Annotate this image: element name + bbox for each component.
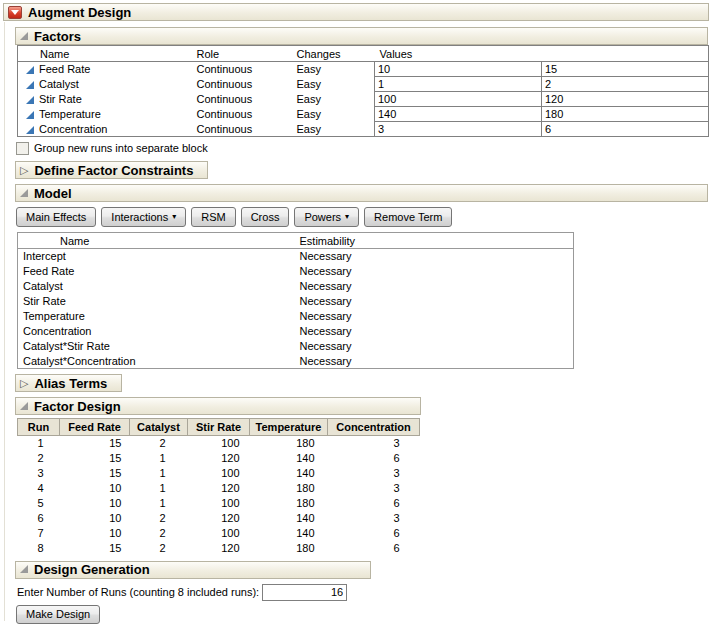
factor-name-cell[interactable]: Temperature: [18, 107, 195, 122]
outline-header-design-generation[interactable]: Design Generation: [15, 561, 371, 579]
design-cell: 140: [250, 511, 328, 526]
main-effects-button[interactable]: Main Effects: [16, 207, 96, 227]
term-name-cell[interactable]: Catalyst*Stir Rate: [18, 339, 298, 354]
design-run-row: 61021201403: [18, 511, 420, 526]
section-title-factor-design: Factor Design: [34, 399, 121, 414]
term-name-cell[interactable]: Intercept: [18, 249, 298, 264]
factors-table-body: Feed RateContinuousEasy1015CatalystConti…: [18, 62, 709, 137]
factor-role-cell[interactable]: Continuous: [195, 92, 295, 107]
disclosure-open-icon[interactable]: [20, 32, 28, 40]
design-cell: 6: [328, 541, 420, 556]
model-term-row[interactable]: Stir RateNecessary: [18, 294, 574, 309]
factor-role-cell[interactable]: Continuous: [195, 62, 295, 77]
group-block-checkbox[interactable]: [16, 142, 29, 155]
design-cell: 1: [18, 436, 60, 451]
continuous-factor-icon: [26, 126, 34, 134]
model-term-row[interactable]: Catalyst*Stir RateNecessary: [18, 339, 574, 354]
factor-value-low-cell[interactable]: 3: [375, 122, 542, 137]
model-term-row[interactable]: Feed RateNecessary: [18, 264, 574, 279]
disclosure-open-icon[interactable]: [20, 565, 28, 573]
term-name-cell[interactable]: Feed Rate: [18, 264, 298, 279]
design-run-row: 41011201803: [18, 481, 420, 496]
term-estimability-cell[interactable]: Necessary: [298, 309, 574, 324]
outline-header-factors[interactable]: Factors: [15, 27, 708, 45]
model-table: Name Estimability InterceptNecessaryFeed…: [17, 232, 574, 369]
factor-name-cell[interactable]: Feed Rate: [18, 62, 195, 77]
factor-value-high-cell[interactable]: 180: [542, 107, 709, 122]
cross-button[interactable]: Cross: [241, 207, 290, 227]
dropdown-arrow-icon: ▾: [345, 213, 349, 221]
design-cell: 100: [188, 496, 250, 511]
factor-value-low-cell[interactable]: 140: [375, 107, 542, 122]
interactions-button[interactable]: Interactions▾: [101, 207, 186, 227]
model-term-row[interactable]: Catalyst*ConcentrationNecessary: [18, 354, 574, 369]
design-cell: 180: [250, 496, 328, 511]
model-term-row[interactable]: CatalystNecessary: [18, 279, 574, 294]
term-name-cell[interactable]: Concentration: [18, 324, 298, 339]
factor-changes-cell[interactable]: Easy: [295, 92, 375, 107]
factors-col-values: Values: [375, 46, 709, 62]
design-cell: 15: [60, 451, 130, 466]
factor-name-cell[interactable]: Concentration: [18, 122, 195, 137]
rsm-button[interactable]: RSM: [191, 207, 235, 227]
factor-row: Feed RateContinuousEasy1015: [18, 62, 709, 77]
factor-value-high-cell[interactable]: 2: [542, 77, 709, 92]
factor-changes-cell[interactable]: Easy: [295, 122, 375, 137]
design-cell: 120: [188, 541, 250, 556]
design-cell: 2: [130, 541, 188, 556]
factor-value-high-cell[interactable]: 6: [542, 122, 709, 137]
term-estimability-cell[interactable]: Necessary: [298, 249, 574, 264]
factor-changes-cell[interactable]: Easy: [295, 107, 375, 122]
design-cell: 3: [328, 436, 420, 451]
term-estimability-cell[interactable]: Necessary: [298, 324, 574, 339]
factor-changes-cell[interactable]: Easy: [295, 62, 375, 77]
factor-role-cell[interactable]: Continuous: [195, 77, 295, 92]
factor-value-high-cell[interactable]: 15: [542, 62, 709, 77]
factor-value-low-cell[interactable]: 10: [375, 62, 542, 77]
factor-changes-cell[interactable]: Easy: [295, 77, 375, 92]
powers-button[interactable]: Powers▾: [294, 207, 359, 227]
term-estimability-cell[interactable]: Necessary: [298, 339, 574, 354]
model-term-row[interactable]: TemperatureNecessary: [18, 309, 574, 324]
disclosure-closed-icon[interactable]: ▷: [20, 165, 28, 176]
design-cell: 8: [18, 541, 60, 556]
factor-name-cell[interactable]: Catalyst: [18, 77, 195, 92]
red-triangle-menu-icon[interactable]: [8, 6, 22, 19]
make-design-button[interactable]: Make Design: [16, 605, 100, 624]
model-term-row[interactable]: InterceptNecessary: [18, 249, 574, 264]
model-term-row[interactable]: ConcentrationNecessary: [18, 324, 574, 339]
factor-row: ConcentrationContinuousEasy36: [18, 122, 709, 137]
factor-name-cell[interactable]: Stir Rate: [18, 92, 195, 107]
outline-header-define-factor-constraints[interactable]: ▷ Define Factor Constraints: [15, 161, 208, 179]
outline-header-model[interactable]: Model: [15, 184, 708, 202]
factor-role-cell[interactable]: Continuous: [195, 107, 295, 122]
term-name-cell[interactable]: Catalyst*Concentration: [18, 354, 298, 369]
factor-role-cell[interactable]: Continuous: [195, 122, 295, 137]
outline-header-factor-design[interactable]: Factor Design: [15, 397, 421, 415]
factor-value-low-cell[interactable]: 1: [375, 77, 542, 92]
term-name-cell[interactable]: Stir Rate: [18, 294, 298, 309]
design-cell: 140: [250, 466, 328, 481]
term-estimability-cell[interactable]: Necessary: [298, 294, 574, 309]
group-block-row: Group new runs into separate block: [16, 141, 709, 155]
term-estimability-cell[interactable]: Necessary: [298, 354, 574, 369]
remove-term-button[interactable]: Remove Term: [364, 207, 452, 227]
section-title-factors: Factors: [34, 29, 81, 44]
term-estimability-cell[interactable]: Necessary: [298, 264, 574, 279]
term-name-cell[interactable]: Catalyst: [18, 279, 298, 294]
design-cell: 2: [130, 526, 188, 541]
outline-header-alias-terms[interactable]: ▷ Alias Terms: [15, 374, 122, 392]
design-cell: 1: [130, 451, 188, 466]
disclosure-open-icon[interactable]: [20, 189, 28, 197]
disclosure-open-icon[interactable]: [20, 402, 28, 410]
outline-header-augment-design[interactable]: Augment Design: [3, 3, 709, 21]
term-estimability-cell[interactable]: Necessary: [298, 279, 574, 294]
continuous-factor-icon: [26, 111, 34, 119]
section-title-model: Model: [34, 186, 72, 201]
runs-count-input[interactable]: [262, 584, 347, 601]
design-run-row: 71021001406: [18, 526, 420, 541]
disclosure-closed-icon[interactable]: ▷: [20, 378, 28, 389]
factor-value-high-cell[interactable]: 120: [542, 92, 709, 107]
term-name-cell[interactable]: Temperature: [18, 309, 298, 324]
factor-value-low-cell[interactable]: 100: [375, 92, 542, 107]
